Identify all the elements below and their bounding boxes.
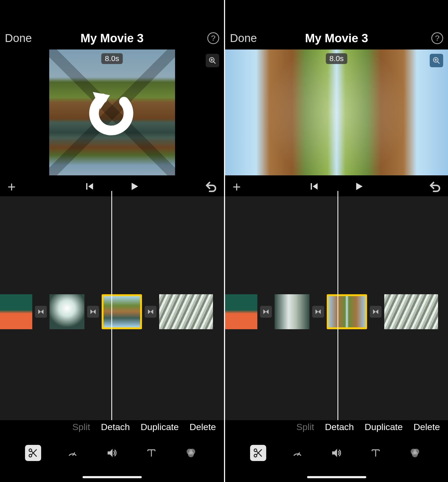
filters-tool[interactable] bbox=[183, 445, 199, 461]
svg-marker-9 bbox=[41, 309, 44, 314]
svg-marker-19 bbox=[108, 449, 112, 457]
playhead[interactable] bbox=[337, 191, 338, 420]
svg-marker-39 bbox=[376, 309, 378, 314]
transition-icon[interactable] bbox=[35, 306, 47, 318]
svg-marker-11 bbox=[93, 309, 96, 314]
clip-duration-badge: 8.0s bbox=[326, 53, 347, 64]
svg-point-41 bbox=[254, 454, 257, 457]
skip-to-start-button[interactable] bbox=[85, 182, 95, 192]
phone-screen-right: Done My Movie 3 ? 8.0s + Split Deta bbox=[224, 0, 448, 482]
svg-marker-35 bbox=[266, 309, 269, 314]
split-action[interactable]: Split bbox=[296, 422, 314, 432]
help-button[interactable]: ? bbox=[431, 32, 443, 44]
speed-tool[interactable] bbox=[65, 445, 81, 461]
delete-action[interactable]: Delete bbox=[190, 422, 216, 432]
svg-rect-31 bbox=[311, 183, 312, 190]
home-indicator[interactable] bbox=[83, 476, 142, 478]
volume-tool[interactable] bbox=[328, 445, 344, 461]
timeline[interactable] bbox=[225, 196, 448, 420]
svg-marker-7 bbox=[131, 183, 138, 190]
skip-to-start-button[interactable] bbox=[310, 182, 319, 192]
play-button[interactable] bbox=[130, 182, 139, 192]
svg-marker-34 bbox=[263, 309, 266, 314]
add-media-button[interactable]: + bbox=[8, 179, 16, 195]
svg-line-2 bbox=[214, 62, 216, 64]
timeline[interactable] bbox=[0, 196, 224, 420]
transition-icon[interactable] bbox=[370, 306, 382, 318]
clip-action-bar: Split Detach Duplicate Delete bbox=[72, 422, 216, 432]
svg-point-40 bbox=[254, 449, 257, 452]
transition-icon[interactable] bbox=[312, 306, 324, 318]
transition-icon[interactable] bbox=[145, 306, 157, 318]
svg-line-28 bbox=[438, 62, 440, 64]
duplicate-action[interactable]: Duplicate bbox=[141, 422, 179, 432]
delete-action[interactable]: Delete bbox=[414, 422, 440, 432]
svg-point-14 bbox=[29, 449, 32, 452]
zoom-in-button[interactable] bbox=[430, 54, 443, 67]
zoom-in-button[interactable] bbox=[206, 54, 219, 67]
svg-point-52 bbox=[412, 452, 418, 457]
detach-action[interactable]: Detach bbox=[325, 422, 354, 432]
rotate-ccw-icon bbox=[85, 86, 139, 139]
toolbar bbox=[225, 442, 448, 464]
done-button[interactable]: Done bbox=[230, 32, 257, 45]
toolbar bbox=[0, 442, 224, 464]
timeline-clip[interactable] bbox=[275, 294, 310, 329]
preview-area[interactable]: 8.0s bbox=[0, 49, 224, 175]
svg-marker-8 bbox=[38, 309, 41, 314]
home-indicator[interactable] bbox=[307, 476, 366, 478]
header: Done My Movie 3 ? bbox=[225, 27, 448, 49]
project-title: My Movie 3 bbox=[80, 31, 144, 45]
filters-tool[interactable] bbox=[407, 445, 423, 461]
timeline-clip[interactable] bbox=[327, 294, 367, 329]
speed-tool[interactable] bbox=[289, 445, 305, 461]
phone-screen-left: Done My Movie 3 ? 8.0s + bbox=[0, 0, 224, 482]
duplicate-action[interactable]: Duplicate bbox=[365, 422, 403, 432]
svg-marker-33 bbox=[356, 183, 362, 190]
svg-marker-13 bbox=[151, 309, 153, 314]
scissors-tool[interactable] bbox=[25, 445, 41, 461]
project-title: My Movie 3 bbox=[305, 31, 368, 45]
timeline-clip[interactable] bbox=[49, 294, 84, 329]
svg-marker-38 bbox=[373, 309, 376, 314]
text-tool[interactable] bbox=[368, 445, 384, 461]
undo-button[interactable] bbox=[429, 180, 440, 193]
preview-image bbox=[225, 49, 448, 175]
preview-area[interactable]: 8.0s bbox=[225, 49, 448, 175]
split-action[interactable]: Split bbox=[72, 422, 90, 432]
timeline-clip[interactable] bbox=[225, 294, 257, 329]
clip-duration-badge: 8.0s bbox=[101, 53, 123, 64]
header: Done My Movie 3 ? bbox=[0, 27, 224, 49]
add-media-button[interactable]: + bbox=[233, 179, 241, 195]
svg-marker-10 bbox=[90, 309, 93, 314]
svg-point-26 bbox=[188, 452, 194, 457]
transition-icon[interactable] bbox=[87, 306, 99, 318]
svg-rect-5 bbox=[86, 183, 87, 190]
playhead[interactable] bbox=[111, 191, 112, 420]
timeline-clip[interactable] bbox=[102, 294, 142, 329]
rotate-overlay bbox=[49, 49, 175, 175]
svg-marker-45 bbox=[332, 449, 337, 457]
timeline-clip[interactable] bbox=[384, 294, 438, 329]
svg-point-15 bbox=[29, 454, 32, 457]
svg-marker-6 bbox=[88, 183, 93, 190]
svg-marker-36 bbox=[315, 309, 318, 314]
scissors-tool[interactable] bbox=[250, 445, 266, 461]
timeline-clip[interactable] bbox=[159, 294, 213, 329]
svg-marker-37 bbox=[318, 309, 321, 314]
preview-frame[interactable]: 8.0s bbox=[225, 49, 448, 175]
volume-tool[interactable] bbox=[104, 445, 120, 461]
svg-marker-32 bbox=[313, 183, 318, 190]
preview-frame[interactable]: 8.0s bbox=[49, 49, 175, 175]
clips-row[interactable] bbox=[225, 294, 448, 329]
done-button[interactable]: Done bbox=[5, 32, 32, 45]
clip-action-bar: Split Detach Duplicate Delete bbox=[296, 422, 440, 432]
timeline-clip[interactable] bbox=[0, 294, 32, 329]
transition-icon[interactable] bbox=[260, 306, 272, 318]
svg-marker-12 bbox=[148, 309, 151, 314]
help-button[interactable]: ? bbox=[207, 32, 219, 44]
undo-button[interactable] bbox=[205, 180, 216, 193]
play-button[interactable] bbox=[354, 182, 364, 192]
text-tool[interactable] bbox=[143, 445, 159, 461]
detach-action[interactable]: Detach bbox=[101, 422, 130, 432]
